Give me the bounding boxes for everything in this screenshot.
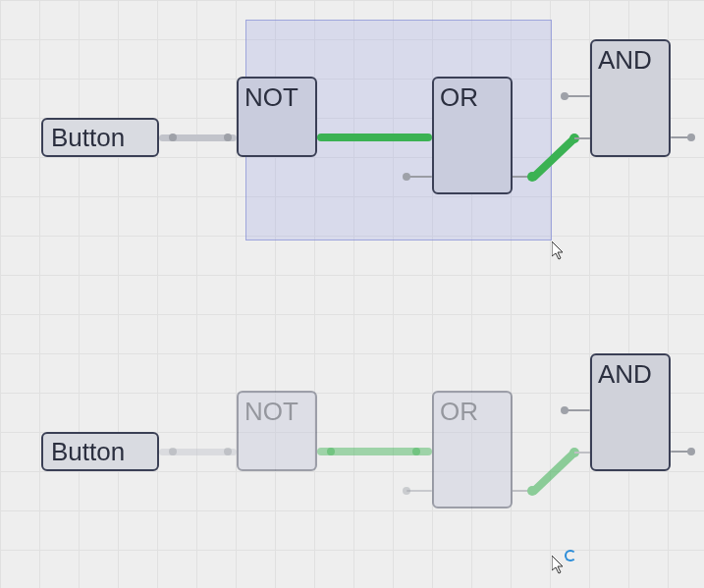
not-gate-label: NOT [244,82,298,113]
or-gate-bottom[interactable]: OR [432,391,513,508]
cursor-busy-icon [565,550,576,561]
and-gate-bottom[interactable]: AND [590,353,671,471]
port-or-in1-top [412,134,420,141]
and-gate-top[interactable]: AND [590,39,671,157]
or-gate-label: OR [440,397,478,427]
button-node-label: Button [51,437,125,467]
port-not-in-bottom [224,448,232,455]
port-and-out-top [687,134,695,141]
and-gate-label: AND [598,45,652,76]
and-gate-label: AND [598,359,652,390]
cursor-pointer-top [552,241,568,261]
button-node-bottom[interactable]: Button [41,432,159,471]
not-gate-label: NOT [244,397,298,427]
not-gate-top[interactable]: NOT [237,77,317,157]
or-gate-top[interactable]: OR [432,77,513,194]
port-or-in1-bottom [412,448,420,455]
button-node-label: Button [51,123,125,153]
port-not-in-top [224,134,232,141]
not-gate-bottom[interactable]: NOT [237,391,317,471]
port-or-in2-top [403,173,410,181]
button-node-top[interactable]: Button [41,118,159,157]
port-not-out-top [327,134,335,141]
svg-point-8 [569,448,579,457]
port-and-in1-top [561,92,569,100]
port-and-out-bottom [687,448,695,455]
port-or-in2-bottom [403,487,410,495]
svg-point-6 [527,486,537,496]
svg-point-3 [569,134,579,143]
or-gate-label: OR [440,82,478,113]
port-button-out-bottom [169,448,177,455]
port-not-out-bottom [327,448,335,455]
svg-line-7 [534,453,574,491]
port-and-in1-bottom [561,406,569,414]
port-button-out-top [169,134,177,141]
